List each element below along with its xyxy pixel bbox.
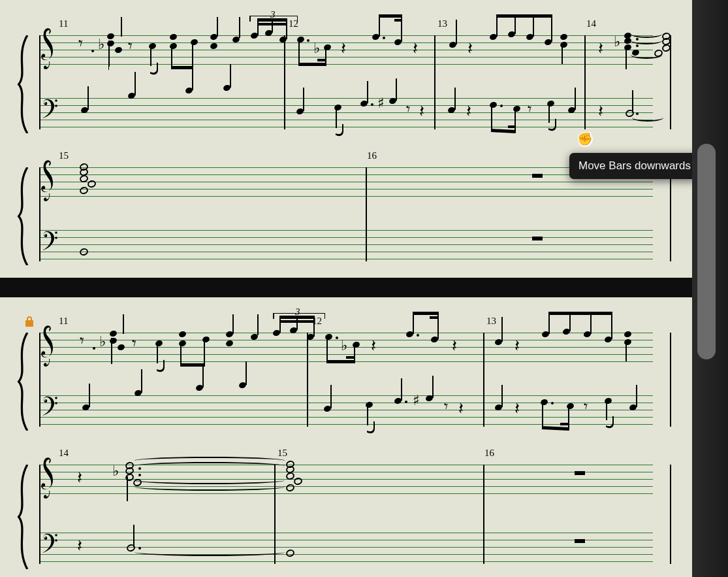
brace-icon [14,465,29,569]
svg-point-1 [55,105,57,107]
score-canvas[interactable]: 𝄾 ♭ 𝄾 [0,0,692,577]
treble-staff [39,167,653,196]
grab-cursor-icon: ✊ [577,131,593,146]
bass-clef-icon [42,531,59,553]
system[interactable]: 𝄽 ♭ [20,465,653,569]
bass-staff: 𝄽 [39,533,653,561]
tooltip-text: Move Bars downwards [578,159,691,172]
measure-number: 15 [59,150,69,161]
measure-number: 13 [437,18,447,29]
measure-number: 16 [367,150,377,161]
svg-point-3 [55,237,57,239]
system[interactable]: 𝄾 ♭ 𝄾 [20,35,653,133]
svg-point-7 [55,539,57,542]
treble-staff: 𝄾 ♭ 𝄾 [39,35,653,64]
bass-clef-icon [42,229,59,251]
panel-scrollbar[interactable] [673,0,692,278]
panel-scrollbar[interactable] [673,297,692,577]
move-bars-tooltip: Move Bars downwards [569,153,700,179]
treble-clef-icon [40,26,59,74]
bass-clef-icon [42,97,59,119]
scrollbar-thumb[interactable] [697,144,716,359]
treble-clef-icon [40,455,59,504]
bass-staff [39,230,653,259]
measure-number: 14 [586,18,596,29]
score-page-before[interactable]: 𝄾 ♭ 𝄾 [0,0,673,278]
treble-staff: 𝄽 ♭ [39,465,653,493]
lock-icon [24,316,35,331]
treble-clef-icon [40,158,59,206]
system[interactable]: 1516 [20,167,653,265]
svg-point-5 [55,402,57,404]
bass-clef-icon [42,394,59,416]
treble-clef-icon [40,323,59,372]
score-page-after[interactable]: 𝄾 ♭ 𝄾 [0,297,673,577]
brace-icon [14,333,29,431]
svg-point-2 [55,231,57,234]
measure-number: 11 [59,18,68,29]
bass-staff: ♯ 𝄾 𝄽 𝄽 𝄾 [39,395,653,424]
measure-number: 11 [59,316,68,327]
bass-staff: ♯ 𝄾 𝄽 𝄽 𝄾 𝄽 [39,98,653,127]
brace-icon [14,167,29,265]
measure-number: 15 [277,448,287,459]
treble-staff: 𝄾 ♭ 𝄾 [39,333,653,361]
svg-point-6 [55,534,57,536]
vertical-scrollbar[interactable] [692,0,728,577]
system[interactable]: 𝄾 ♭ 𝄾 [20,333,653,431]
measure-number: 16 [484,448,494,459]
measure-number: 13 [486,316,496,327]
measure-number: 14 [59,448,69,459]
brace-icon [14,35,29,133]
svg-point-0 [55,99,57,102]
svg-point-4 [55,397,57,399]
